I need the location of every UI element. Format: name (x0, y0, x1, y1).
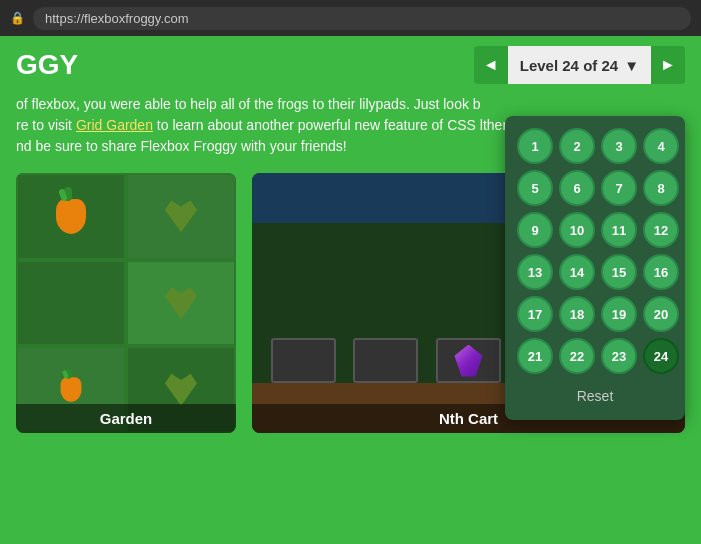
garden-cell-2 (126, 173, 236, 260)
level-btn-7[interactable]: 7 (601, 170, 637, 206)
garden-cell-3 (16, 260, 126, 347)
lock-icon: 🔒 (10, 11, 25, 25)
garden-cell-4 (126, 260, 236, 347)
page: GGY ◄ Level 24 of 24 ▼ ► of flexbox, you… (0, 36, 701, 544)
level-btn-5[interactable]: 5 (517, 170, 553, 206)
heart-plant-3 (165, 374, 197, 406)
next-level-button[interactable]: ► (651, 46, 685, 84)
level-btn-12[interactable]: 12 (643, 212, 679, 248)
level-btn-22[interactable]: 22 (559, 338, 595, 374)
level-nav: ◄ Level 24 of 24 ▼ ► (474, 46, 685, 84)
level-btn-18[interactable]: 18 (559, 296, 595, 332)
logo: GGY (16, 49, 78, 81)
level-btn-19[interactable]: 19 (601, 296, 637, 332)
cart-2: 2 (353, 338, 418, 383)
carrot-plant-1 (56, 199, 86, 234)
cart-3-content (448, 346, 488, 376)
cart-1: 1 (271, 338, 336, 383)
dropdown-arrow-icon: ▼ (624, 57, 639, 74)
carrot-plant-2 (61, 377, 82, 402)
heart-plant-1 (165, 200, 197, 232)
level-selector[interactable]: Level 24 of 24 ▼ (508, 46, 651, 84)
level-btn-23[interactable]: 23 (601, 338, 637, 374)
gem-icon (454, 345, 482, 377)
cart-3: 3 (436, 338, 501, 383)
level-grid: 1 2 3 4 5 6 7 8 9 10 11 12 13 14 15 16 1… (517, 128, 673, 374)
garden-panel-label: Garden (16, 404, 236, 433)
level-btn-24[interactable]: 24 (643, 338, 679, 374)
grid-garden-link[interactable]: Grid Garden (76, 117, 153, 133)
level-btn-20[interactable]: 20 (643, 296, 679, 332)
level-btn-6[interactable]: 6 (559, 170, 595, 206)
level-btn-14[interactable]: 14 (559, 254, 595, 290)
browser-controls: 🔒 (10, 11, 25, 25)
garden-panel: Garden (16, 173, 236, 433)
level-btn-16[interactable]: 16 (643, 254, 679, 290)
level-btn-21[interactable]: 21 (517, 338, 553, 374)
level-btn-2[interactable]: 2 (559, 128, 595, 164)
level-btn-15[interactable]: 15 (601, 254, 637, 290)
browser-bar: 🔒 https://flexboxfroggy.com (0, 0, 701, 36)
level-btn-10[interactable]: 10 (559, 212, 595, 248)
level-btn-17[interactable]: 17 (517, 296, 553, 332)
prev-level-button[interactable]: ◄ (474, 46, 508, 84)
level-btn-1[interactable]: 1 (517, 128, 553, 164)
header: GGY ◄ Level 24 of 24 ▼ ► (0, 36, 701, 94)
level-btn-13[interactable]: 13 (517, 254, 553, 290)
reset-button[interactable]: Reset (517, 384, 673, 408)
garden-cell-1 (16, 173, 126, 260)
heart-plant-2 (165, 287, 197, 319)
level-btn-11[interactable]: 11 (601, 212, 637, 248)
level-dropdown: 1 2 3 4 5 6 7 8 9 10 11 12 13 14 15 16 1… (505, 116, 685, 420)
level-btn-9[interactable]: 9 (517, 212, 553, 248)
cart-2-content (366, 346, 406, 376)
level-btn-3[interactable]: 3 (601, 128, 637, 164)
instruction-line1: of flexbox, you were able to help all of… (16, 94, 664, 115)
level-label: Level 24 of 24 (520, 57, 618, 74)
cart-1-content (283, 346, 323, 376)
url-bar[interactable]: https://flexboxfroggy.com (33, 7, 691, 30)
level-btn-8[interactable]: 8 (643, 170, 679, 206)
level-btn-4[interactable]: 4 (643, 128, 679, 164)
